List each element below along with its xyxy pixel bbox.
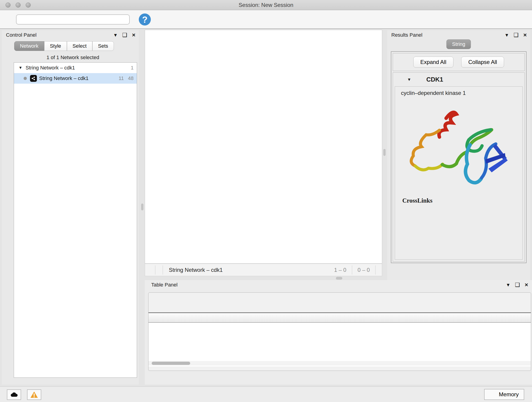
- memory-status-dot: [490, 391, 496, 397]
- network-tree: ▼ String Network – cdk1 1 String Network…: [14, 62, 137, 378]
- network-label: String Network – cdk1: [39, 75, 89, 81]
- network-icon: [30, 75, 37, 82]
- control-panel-float-icon[interactable]: ❑: [122, 32, 127, 38]
- tab-select[interactable]: Select: [67, 41, 92, 51]
- table-panel-title: Table Panel: [151, 282, 177, 288]
- protein-structure-image: [401, 100, 509, 191]
- network-row[interactable]: String Network – cdk1 11 48: [14, 73, 137, 84]
- expand-all-button[interactable]: Expand All: [413, 57, 453, 68]
- search-box[interactable]: [16, 14, 130, 25]
- collapse-all-button[interactable]: Collapse All: [461, 57, 504, 68]
- network-canvas[interactable]: [145, 30, 382, 264]
- results-panel-menu-icon[interactable]: ▼: [505, 33, 509, 37]
- control-panel-close-icon[interactable]: ✕: [132, 33, 136, 37]
- collection-count: 1: [131, 65, 133, 71]
- string-results-box: Expand All Collapse All ▼ CDK1 cyclin–de…: [391, 51, 526, 263]
- help-button[interactable]: ?: [138, 13, 151, 26]
- tab-sets[interactable]: Sets: [92, 41, 114, 51]
- control-panel-title: Control Panel: [6, 32, 36, 38]
- table-panel-menu-icon[interactable]: ▼: [506, 283, 510, 287]
- control-panel: Control Panel ▼ ❑ ✕ Network Style Select…: [2, 30, 139, 385]
- network-view-toolbar: String Network – cdk1 1 – 0 0 – 0: [145, 264, 382, 276]
- control-panel-menu-icon[interactable]: ▼: [113, 33, 118, 37]
- table-panel: Table Panel ▼ ❑ ✕ Node Table Edge Table …: [145, 280, 532, 385]
- network-selection-summary: 1 of 1 Network selected: [12, 55, 134, 61]
- selected-counts: 1 – 0: [334, 267, 346, 273]
- crosslinks-heading: CrossLinks: [402, 197, 522, 204]
- network-edge-count: 48: [128, 75, 133, 81]
- cloud-status-button[interactable]: [7, 389, 21, 400]
- gene-description: cyclin–dependent kinase 1: [395, 87, 522, 96]
- left-divider-handle[interactable]: [141, 204, 143, 211]
- crosslinks-section: CrossLinks: [395, 197, 522, 204]
- minimize-window-button[interactable]: [16, 2, 21, 7]
- zoom-window-button[interactable]: [26, 2, 31, 7]
- collection-expand-icon[interactable]: ▼: [19, 65, 22, 70]
- table-panel-close-icon[interactable]: ✕: [525, 283, 528, 287]
- status-bar: Memory: [0, 386, 532, 402]
- window-title: Session: New Session: [239, 2, 293, 8]
- app-window: Session: New Session ? Control Panel ▼ ❑…: [0, 0, 532, 402]
- network-current-dot: [24, 77, 27, 80]
- table-panel-float-icon[interactable]: ❑: [515, 282, 520, 288]
- close-window-button[interactable]: [6, 2, 11, 7]
- hidden-counts: 0 – 0: [358, 267, 370, 273]
- network-collection-row[interactable]: ▼ String Network – cdk1 1: [14, 63, 137, 73]
- gene-collapse-icon[interactable]: ▼: [407, 77, 411, 82]
- memory-label: Memory: [499, 391, 519, 398]
- search-input[interactable]: [19, 17, 127, 22]
- right-divider-handle[interactable]: [383, 149, 386, 156]
- memory-button[interactable]: Memory: [484, 389, 524, 400]
- main-toolbar: ?: [0, 10, 532, 29]
- warning-button[interactable]: [27, 389, 41, 400]
- network-view-title: String Network – cdk1: [169, 267, 332, 273]
- svg-text:?: ?: [142, 15, 147, 25]
- tab-network[interactable]: Network: [14, 41, 44, 51]
- results-panel-title: Results Panel: [391, 32, 423, 38]
- control-panel-tabs: Network Style Select Sets: [14, 41, 139, 51]
- title-bar: Session: New Session: [0, 0, 532, 10]
- window-controls: [6, 2, 31, 7]
- table-scroll-thumb[interactable]: [152, 362, 190, 365]
- table-toolbar: [148, 293, 531, 310]
- results-panel-close-icon[interactable]: ✕: [523, 33, 527, 37]
- collection-label: String Network – cdk1: [26, 65, 75, 71]
- gene-symbol: CDK1: [426, 76, 443, 83]
- node-table: [148, 313, 531, 366]
- results-panel: Results Panel ▼ ❑ ✕ String Expand All Co…: [387, 30, 530, 281]
- table-horizontal-scrollbar[interactable]: [148, 361, 531, 366]
- tab-string[interactable]: String: [446, 39, 471, 49]
- bottom-divider-handle[interactable]: [336, 277, 342, 280]
- tab-style[interactable]: Style: [44, 41, 67, 51]
- results-panel-float-icon[interactable]: ❑: [514, 32, 519, 38]
- gene-section: ▼ CDK1 cyclin–dependent kinase 1: [393, 72, 525, 262]
- node-table-box: Node Table Edge Table Network Table: [148, 293, 531, 371]
- network-node-count: 11: [119, 75, 124, 81]
